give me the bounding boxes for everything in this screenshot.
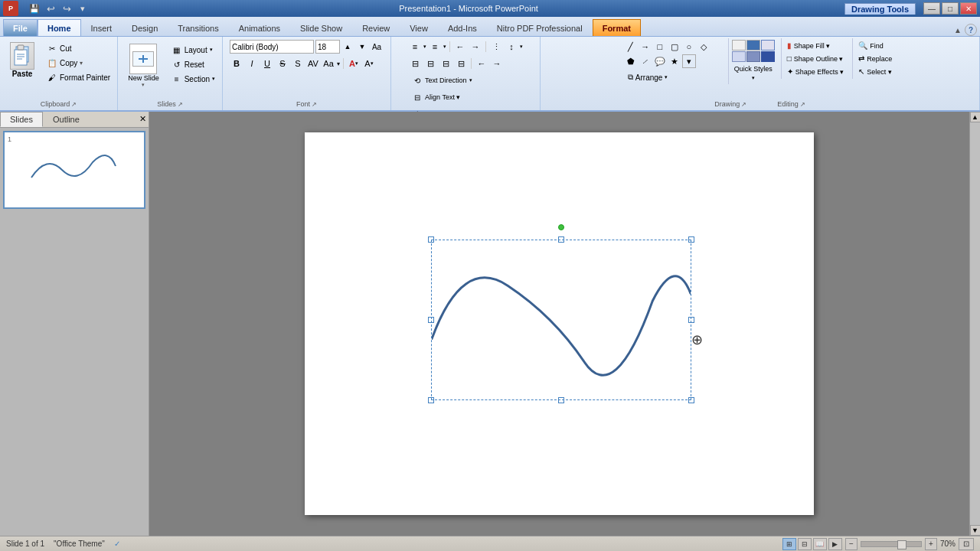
- shape-effects-button[interactable]: ✦ Shape Effects ▾: [783, 66, 848, 77]
- layout-button[interactable]: ▦ Layout ▾: [168, 43, 219, 57]
- shape-rect-button[interactable]: □: [653, 40, 667, 54]
- zoom-slider[interactable]: [861, 541, 922, 547]
- workspace[interactable]: ⊕: [149, 112, 969, 536]
- underline-button[interactable]: U: [260, 57, 274, 70]
- right-scrollbar[interactable]: ▲ ▼: [969, 112, 980, 536]
- align-text-button[interactable]: ⊟ Align Text ▾: [408, 90, 464, 104]
- shape-outline-button[interactable]: □ Shape Outline ▾: [783, 53, 848, 64]
- new-slide-button[interactable]: New Slide ▾: [122, 40, 165, 92]
- redo-button[interactable]: ↪: [60, 2, 74, 15]
- strikethrough-button[interactable]: S: [276, 57, 289, 70]
- quick-style-5[interactable]: [746, 51, 760, 62]
- quick-access-more-button[interactable]: ▾: [76, 2, 90, 15]
- shape-more-button[interactable]: ▾: [682, 54, 696, 68]
- tab-slideshow[interactable]: Slide Show: [290, 19, 352, 36]
- help-button[interactable]: ?: [965, 24, 977, 36]
- shape-callout-button[interactable]: 💬: [653, 54, 667, 68]
- close-panel-button[interactable]: ✕: [137, 112, 149, 127]
- font-expand-icon[interactable]: ↗: [312, 101, 317, 108]
- align-left-button[interactable]: ⊟: [408, 57, 422, 70]
- save-button[interactable]: 💾: [28, 2, 41, 15]
- shape-line-button[interactable]: ╱: [624, 40, 638, 54]
- text-direction-button[interactable]: ⟲ Text Direction ▾: [408, 73, 476, 87]
- align-right-button[interactable]: ⊟: [439, 57, 452, 70]
- quick-style-3[interactable]: [761, 40, 775, 51]
- tab-review[interactable]: Review: [352, 19, 400, 36]
- columns-button[interactable]: ⋮: [489, 40, 503, 54]
- minimize-button[interactable]: —: [923, 2, 940, 15]
- shape-star-button[interactable]: ★: [668, 54, 681, 68]
- tab-insert[interactable]: Insert: [81, 19, 122, 36]
- close-button[interactable]: ✕: [960, 2, 977, 15]
- clipboard-expand-icon[interactable]: ↗: [71, 101, 77, 108]
- shape-arrow-button[interactable]: →: [639, 40, 652, 54]
- tab-format[interactable]: Format: [593, 19, 641, 36]
- justify-button[interactable]: ⊟: [454, 57, 468, 70]
- drawing-expand-icon[interactable]: ↗: [741, 101, 746, 108]
- slides-expand-icon[interactable]: ↗: [178, 101, 183, 108]
- quick-style-2[interactable]: [746, 40, 760, 51]
- slides-tab[interactable]: Slides: [0, 112, 43, 127]
- normal-view-button[interactable]: ⊞: [782, 538, 796, 550]
- bullet-list-button[interactable]: ≡: [408, 40, 422, 54]
- change-case-button[interactable]: Aa: [322, 57, 335, 70]
- rotate-handle[interactable]: [558, 224, 564, 230]
- font-size-decrease-button[interactable]: ▼: [355, 40, 369, 54]
- tab-design[interactable]: Design: [122, 19, 168, 36]
- shape-container[interactable]: ⊕: [431, 240, 691, 400]
- shape-diamond-button[interactable]: ◇: [697, 40, 710, 54]
- rtl-button[interactable]: ←: [475, 57, 488, 70]
- reading-view-button[interactable]: 📖: [813, 538, 827, 550]
- quick-styles-button[interactable]: Quick Styles ▾: [730, 64, 776, 83]
- quick-style-6[interactable]: [761, 51, 775, 62]
- increase-indent-button[interactable]: →: [469, 40, 482, 54]
- italic-button[interactable]: I: [245, 57, 259, 70]
- slide-thumb-1[interactable]: 1: [3, 131, 145, 209]
- tab-nitro[interactable]: Nitro PDF Professional: [487, 19, 593, 36]
- slideshow-button[interactable]: ▶: [828, 538, 842, 550]
- shadow-button[interactable]: S: [291, 57, 305, 70]
- ribbon-collapse-button[interactable]: ▲: [954, 26, 962, 34]
- ltr-button[interactable]: →: [490, 57, 504, 70]
- char-spacing-button[interactable]: AV: [306, 57, 320, 70]
- undo-button[interactable]: ↩: [44, 2, 57, 15]
- cut-button[interactable]: ✂ Cut: [43, 41, 114, 55]
- fit-slide-button[interactable]: ⊡: [959, 538, 974, 550]
- quick-style-1[interactable]: [732, 40, 746, 51]
- tab-home[interactable]: Home: [38, 19, 81, 36]
- line-spacing-button[interactable]: ↕: [505, 40, 518, 54]
- slide-area[interactable]: ⊕: [305, 132, 814, 515]
- tab-view[interactable]: View: [400, 19, 438, 36]
- decrease-indent-button[interactable]: ←: [453, 40, 467, 54]
- section-button[interactable]: ≡ Section ▾: [168, 72, 219, 86]
- paste-button[interactable]: Paste: [3, 38, 41, 82]
- zoom-thumb[interactable]: [897, 540, 906, 549]
- shape-fill-button[interactable]: ▮ Shape Fill ▾: [783, 40, 848, 51]
- replace-button[interactable]: ⇄ Replace: [854, 53, 896, 64]
- bold-button[interactable]: B: [230, 57, 243, 70]
- shape-connector-button[interactable]: ⟋: [639, 54, 652, 68]
- outline-tab[interactable]: Outline: [43, 112, 90, 127]
- tab-transitions[interactable]: Transitions: [168, 19, 228, 36]
- numbered-list-button[interactable]: ≡: [428, 40, 442, 54]
- font-color-button[interactable]: A ▾: [347, 57, 361, 70]
- zoom-in-button[interactable]: +: [925, 538, 937, 550]
- reset-button[interactable]: ↺ Reset: [168, 57, 219, 71]
- text-highlight-button[interactable]: A ▾: [362, 57, 376, 70]
- format-painter-button[interactable]: 🖌 Format Painter: [43, 70, 114, 84]
- font-size-input[interactable]: [315, 40, 340, 54]
- tab-animations[interactable]: Animations: [229, 19, 290, 36]
- maximize-button[interactable]: □: [942, 2, 959, 15]
- quick-style-4[interactable]: [732, 51, 746, 62]
- zoom-out-button[interactable]: −: [845, 538, 858, 550]
- scroll-up-button[interactable]: ▲: [970, 112, 981, 122]
- font-name-input[interactable]: [230, 40, 314, 54]
- slide-sorter-button[interactable]: ⊟: [798, 538, 812, 550]
- font-size-increase-button[interactable]: ▲: [341, 40, 354, 54]
- clear-formatting-button[interactable]: Aa: [370, 40, 384, 54]
- shape-pentagon-button[interactable]: ⬟: [624, 54, 638, 68]
- align-center-button[interactable]: ⊟: [423, 57, 437, 70]
- tab-file[interactable]: File: [3, 19, 38, 36]
- tab-addins[interactable]: Add-Ins: [438, 19, 487, 36]
- copy-button[interactable]: 📋 Copy ▾: [43, 56, 114, 70]
